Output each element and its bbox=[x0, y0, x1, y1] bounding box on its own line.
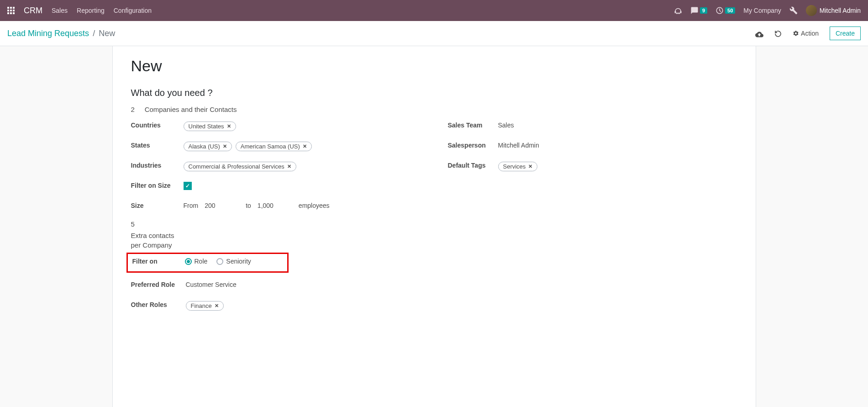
radio-role-label: Role bbox=[195, 258, 208, 265]
save-cloud-icon[interactable] bbox=[755, 29, 763, 37]
row-filter-on: Filter on Role Seniority bbox=[132, 256, 284, 270]
highlight-filter-on: Filter on Role Seniority bbox=[126, 253, 289, 273]
label-sales-team: Sales Team bbox=[448, 120, 498, 129]
label-default-tags: Default Tags bbox=[448, 160, 498, 169]
row-salesperson: Salesperson Mitchell Admin bbox=[448, 140, 737, 153]
row-extra-contacts: 5 Extra contacts per Company bbox=[131, 220, 177, 250]
label-size: Size bbox=[131, 200, 184, 209]
label-states: States bbox=[131, 140, 184, 149]
val-preferred-role[interactable]: Customer Service bbox=[186, 279, 421, 288]
activities-badge: 50 bbox=[725, 7, 735, 14]
row-size: Size From 200 to 1,000 employees bbox=[131, 200, 421, 214]
breadcrumb-parent[interactable]: Lead Mining Requests bbox=[7, 29, 89, 38]
section-title: What do you need ? bbox=[131, 88, 737, 98]
row-countries: Countries United States✕ bbox=[131, 120, 421, 133]
action-label: Action bbox=[801, 30, 819, 37]
form-sheet: New What do you need ? 2 Companies and t… bbox=[112, 46, 756, 407]
breadcrumb-current: New bbox=[99, 29, 115, 38]
val-filter-on: Role Seniority bbox=[185, 256, 284, 265]
discard-icon[interactable] bbox=[774, 29, 782, 37]
control-actions: Action Create bbox=[755, 26, 861, 40]
svg-point-4 bbox=[679, 13, 680, 14]
svg-point-3 bbox=[678, 13, 679, 14]
avatar-icon bbox=[806, 5, 817, 16]
control-bar: Lead Mining Requests / New Action Create bbox=[0, 21, 868, 46]
label-preferred-role: Preferred Role bbox=[131, 279, 186, 288]
tag-remove-icon[interactable]: ✕ bbox=[303, 143, 307, 149]
val-default-tags[interactable]: Services✕ bbox=[498, 160, 737, 173]
svg-point-2 bbox=[676, 13, 677, 14]
form-col-right: Sales Team Sales Salesperson Mitchell Ad… bbox=[448, 120, 737, 319]
navbar-right: 9 50 My Company Mitchell Admin bbox=[674, 5, 861, 16]
row-states: States Alaska (US)✕ American Samoa (US)✕ bbox=[131, 140, 421, 153]
label-countries: Countries bbox=[131, 120, 184, 129]
val-other-roles[interactable]: Finance✕ bbox=[186, 299, 421, 312]
row-industries: Industries Commercial & Professional Ser… bbox=[131, 160, 421, 174]
extra-contacts-label: Extra contacts per Company bbox=[131, 231, 177, 250]
debug-icon[interactable] bbox=[789, 6, 798, 15]
radio-seniority-label: Seniority bbox=[226, 258, 251, 265]
radio-icon bbox=[185, 258, 192, 265]
nav-sales[interactable]: Sales bbox=[52, 7, 68, 14]
label-other-roles: Other Roles bbox=[131, 299, 186, 308]
val-states[interactable]: Alaska (US)✕ American Samoa (US)✕ bbox=[184, 140, 421, 153]
size-to-value[interactable]: 1,000 bbox=[258, 202, 294, 209]
val-size: From 200 to 1,000 employees bbox=[184, 200, 421, 209]
size-from-label: From bbox=[184, 202, 199, 209]
row-preferred-role: Preferred Role Customer Service bbox=[131, 279, 421, 293]
radio-role[interactable]: Role bbox=[185, 258, 208, 265]
tag-remove-icon[interactable]: ✕ bbox=[215, 303, 219, 309]
action-button[interactable]: Action bbox=[793, 30, 819, 37]
size-unit: employees bbox=[299, 202, 330, 209]
page-title: New bbox=[131, 57, 737, 75]
size-to-label: to bbox=[246, 202, 251, 209]
tag-state: Alaska (US)✕ bbox=[184, 142, 232, 151]
label-industries: Industries bbox=[131, 160, 184, 169]
size-from-value[interactable]: 200 bbox=[205, 202, 241, 209]
tag-remove-icon[interactable]: ✕ bbox=[287, 164, 291, 169]
support-icon[interactable] bbox=[674, 6, 682, 15]
messages-icon[interactable]: 9 bbox=[690, 6, 707, 15]
breadcrumb-separator: / bbox=[93, 29, 95, 38]
lead-count-row: 2 Companies and their Contacts bbox=[131, 106, 737, 113]
tag-industry: Commercial & Professional Services✕ bbox=[184, 162, 296, 171]
val-filter-size: ✓ bbox=[184, 180, 421, 190]
row-filter-size: Filter on Size ✓ bbox=[131, 180, 421, 194]
form-col-left: Countries United States✕ States Alaska (… bbox=[131, 120, 421, 319]
lead-count-label: Companies and their Contacts bbox=[145, 106, 237, 113]
lead-count-value: 2 bbox=[131, 106, 143, 113]
app-title[interactable]: CRM bbox=[24, 6, 42, 16]
row-sales-team: Sales Team Sales bbox=[448, 120, 737, 133]
nav-configuration[interactable]: Configuration bbox=[114, 7, 152, 14]
user-menu[interactable]: Mitchell Admin bbox=[806, 5, 861, 16]
apps-icon[interactable] bbox=[7, 7, 15, 14]
val-industries[interactable]: Commercial & Professional Services✕ bbox=[184, 160, 421, 173]
company-switcher[interactable]: My Company bbox=[743, 7, 781, 14]
top-navbar: CRM Sales Reporting Configuration 9 50 M… bbox=[0, 0, 868, 21]
activities-icon[interactable]: 50 bbox=[715, 6, 735, 15]
form-columns: Countries United States✕ States Alaska (… bbox=[131, 120, 737, 319]
val-countries[interactable]: United States✕ bbox=[184, 120, 421, 133]
navbar-left: CRM Sales Reporting Configuration bbox=[7, 6, 152, 16]
radio-seniority[interactable]: Seniority bbox=[216, 258, 251, 265]
tag-default: Services✕ bbox=[498, 162, 538, 171]
breadcrumb: Lead Mining Requests / New bbox=[7, 29, 115, 38]
radio-icon bbox=[216, 258, 223, 265]
label-filter-size: Filter on Size bbox=[131, 180, 184, 189]
extra-contacts-value[interactable]: 5 bbox=[131, 220, 177, 228]
nav-reporting[interactable]: Reporting bbox=[77, 7, 105, 14]
val-salesperson[interactable]: Mitchell Admin bbox=[498, 140, 737, 149]
tag-state: American Samoa (US)✕ bbox=[236, 142, 312, 151]
checkbox-filter-size[interactable]: ✓ bbox=[184, 182, 192, 190]
svg-rect-1 bbox=[680, 11, 681, 13]
tag-remove-icon[interactable]: ✕ bbox=[223, 143, 227, 149]
val-sales-team[interactable]: Sales bbox=[498, 120, 737, 129]
row-default-tags: Default Tags Services✕ bbox=[448, 160, 737, 174]
svg-rect-0 bbox=[675, 11, 676, 13]
label-filter-on: Filter on bbox=[132, 256, 185, 265]
user-name: Mitchell Admin bbox=[820, 7, 861, 14]
create-button[interactable]: Create bbox=[830, 26, 861, 40]
tag-remove-icon[interactable]: ✕ bbox=[227, 123, 231, 129]
tag-remove-icon[interactable]: ✕ bbox=[528, 164, 532, 169]
content-wrapper: New What do you need ? 2 Companies and t… bbox=[0, 46, 868, 407]
